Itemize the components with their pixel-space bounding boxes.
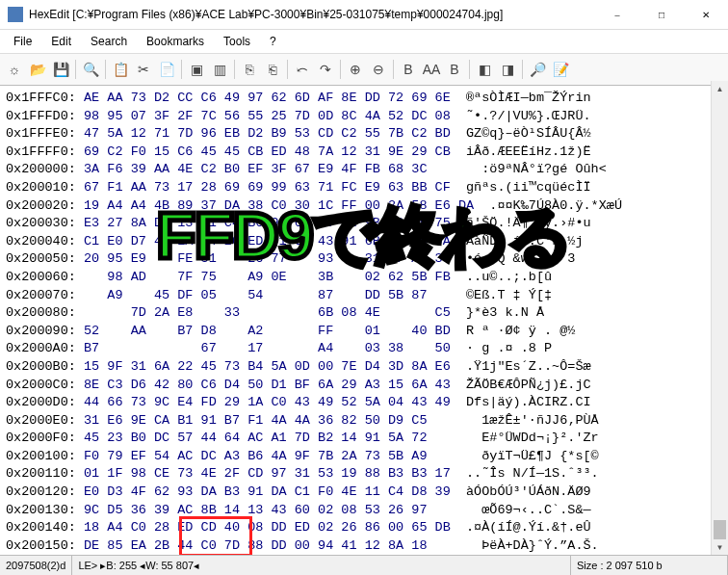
menubar: File Edit Search Bookmarks Tools ? xyxy=(0,30,728,54)
hex-row[interactable]: 0x200030: E3 27 8A D6 13 21 C4 B6 92 61 … xyxy=(6,215,722,233)
close-button[interactable]: ✕ xyxy=(684,0,728,29)
toolbar-button[interactable]: AA xyxy=(421,59,442,80)
toolbar-button[interactable]: ⊖ xyxy=(368,59,389,80)
window-buttons: – □ ✕ xyxy=(595,0,728,29)
hex-row[interactable]: 0x200100: F0 79 EF 54 AC DC A3 B6 4A 9F … xyxy=(6,448,722,466)
hex-row[interactable]: 0x200020: 19 A4 A4 4B 89 37 DA 38 C0 30 … xyxy=(6,197,722,216)
status-offset: 2097508(2)d xyxy=(0,556,72,575)
status-middle: LE> ▸B: 255 ◂W: 55 807◂ xyxy=(72,556,571,575)
hex-row[interactable]: 0x200010: 67 F1 AA 73 17 28 69 69 99 63 … xyxy=(6,179,722,197)
hex-row[interactable]: 0x1FFFE0: 47 5A 12 71 7D 96 EB D2 B9 53 … xyxy=(6,125,722,144)
minimize-button[interactable]: – xyxy=(595,0,639,29)
window-title: HexEdit [C:¥Program Files (x86)¥ACE Lab¥… xyxy=(29,8,595,21)
hex-row[interactable]: 0x200120: E0 D3 4F 62 93 DA B3 91 DA C1 … xyxy=(6,484,722,502)
toolbar-button[interactable]: B xyxy=(444,59,465,80)
toolbar-button[interactable]: 🔍 xyxy=(80,59,101,80)
toolbar-button[interactable]: 🔎 xyxy=(527,59,548,80)
toolbar-button[interactable]: ◧ xyxy=(474,59,495,80)
toolbar-button[interactable]: ⤺ xyxy=(292,59,313,80)
menu-help[interactable]: ? xyxy=(262,33,284,50)
toolbar-button[interactable]: 📄 xyxy=(156,59,177,80)
toolbar-button[interactable]: ⊕ xyxy=(345,59,366,80)
toolbar-button[interactable]: ✂ xyxy=(133,59,154,80)
toolbar-button[interactable]: ▥ xyxy=(209,59,230,80)
hex-row[interactable]: 0x200090: 52 AA B7 D8 A2 FF 01 40 BD R ª… xyxy=(6,323,722,341)
hex-row[interactable]: 0x2000F0: 45 23 B0 DC 57 44 64 AC A1 7D … xyxy=(6,430,722,448)
toolbar-button[interactable]: 📋 xyxy=(110,59,131,80)
hex-row[interactable]: 0x200110: 01 1F 98 CE 73 4E 2F CD 97 31 … xyxy=(6,465,722,484)
maximize-button[interactable]: □ xyxy=(639,0,684,29)
toolbar-button[interactable]: 💾 xyxy=(50,59,71,80)
toolbar-button[interactable]: ☼ xyxy=(4,59,25,80)
toolbar-button[interactable]: ⎘ xyxy=(239,59,260,80)
hex-row[interactable]: 0x1FFFF0: 69 C2 F0 15 C6 45 45 CB ED 48 … xyxy=(6,144,722,162)
toolbar-button[interactable]: 📂 xyxy=(27,59,48,80)
hex-row[interactable]: 0x2000E0: 31 E6 9E CA B1 91 B7 F1 4A 4A … xyxy=(6,412,722,431)
hex-row[interactable]: 0x200150: DE 85 EA 2B 44 C0 7D 88 DD 00 … xyxy=(6,537,722,556)
hex-row[interactable]: 0x200040: C1 E0 D7 44 1A 24 20 ED 91 07 … xyxy=(6,233,722,251)
hex-row[interactable]: 0x1FFFD0: 98 95 07 3F 2F 7C 56 55 25 7D … xyxy=(6,108,722,126)
hex-row[interactable]: 0x2000C0: 8E C3 D6 42 80 C6 D4 50 D1 BF … xyxy=(6,377,722,395)
hex-row[interactable]: 0x2000B0: 15 9F 31 6A 22 45 73 B4 5A 0D … xyxy=(6,358,722,377)
hex-row[interactable]: 0x1FFFC0: AE AA 73 D2 CC C6 49 97 62 6D … xyxy=(6,90,722,108)
menu-search[interactable]: Search xyxy=(83,33,135,50)
menu-tools[interactable]: Tools xyxy=(216,33,258,50)
hex-row[interactable]: 0x2000A0: B7 67 17 A4 03 38 50 · g .¤ .8… xyxy=(6,340,722,358)
hex-row[interactable]: 0x200000: 3A F6 39 AA 4E C2 B0 EF 3F 67 … xyxy=(6,161,722,179)
hex-row[interactable]: 0x200080: 7D 2A E8 33 6B 08 4E C5 }*è3 k… xyxy=(6,304,722,323)
toolbar-button[interactable]: ↷ xyxy=(315,59,336,80)
toolbar-button[interactable]: 📝 xyxy=(550,59,571,80)
hex-view[interactable]: 0x1FFFC0: AE AA 73 D2 CC C6 49 97 62 6D … xyxy=(0,86,728,575)
hex-row[interactable]: 0x200070: A9 45 DF 05 54 87 DD 5B 87 ©Eß… xyxy=(6,287,722,305)
hex-row[interactable]: 0x2000D0: 44 66 73 9C E4 FD 29 1A C0 43 … xyxy=(6,394,722,412)
toolbar-button[interactable]: B xyxy=(398,59,419,80)
statusbar: 2097508(2)d LE> ▸B: 255 ◂W: 55 807◂ Size… xyxy=(0,555,728,575)
menu-file[interactable]: File xyxy=(6,33,39,50)
hex-row[interactable]: 0x200050: 20 95 E9 FE 51 26 77 93 31 77 … xyxy=(6,250,722,269)
app-icon xyxy=(8,7,23,22)
menu-bookmarks[interactable]: Bookmarks xyxy=(139,33,212,50)
hex-row[interactable]: 0x200140: 18 A4 C0 28 ED CD 40 08 DD ED … xyxy=(6,519,722,537)
hex-row[interactable]: 0x200130: 9C D5 36 39 AC 8B 14 13 43 60 … xyxy=(6,502,722,520)
toolbar-button[interactable]: ⎗ xyxy=(262,59,283,80)
toolbar: ☼📂💾🔍📋✂📄▣▥⎘⎗⤺↷⊕⊖BAAB◧◨🔎📝 xyxy=(0,54,728,86)
window-titlebar: HexEdit [C:¥Program Files (x86)¥ACE Lab¥… xyxy=(0,0,728,30)
status-size: Size : 2 097 510 b xyxy=(571,556,728,575)
scroll-up-icon[interactable]: ▲ xyxy=(712,81,728,97)
menu-edit[interactable]: Edit xyxy=(43,33,79,50)
toolbar-button[interactable]: ◨ xyxy=(497,59,518,80)
hex-row[interactable]: 0x200060: 98 AD 7F 75 A9 0E 3B 02 62 5B … xyxy=(6,269,722,287)
toolbar-button[interactable]: ▣ xyxy=(186,59,207,80)
vertical-scrollbar[interactable]: ▲ ▼ xyxy=(711,81,728,556)
scroll-thumb[interactable] xyxy=(714,520,726,539)
scroll-down-icon[interactable]: ▼ xyxy=(712,539,728,556)
